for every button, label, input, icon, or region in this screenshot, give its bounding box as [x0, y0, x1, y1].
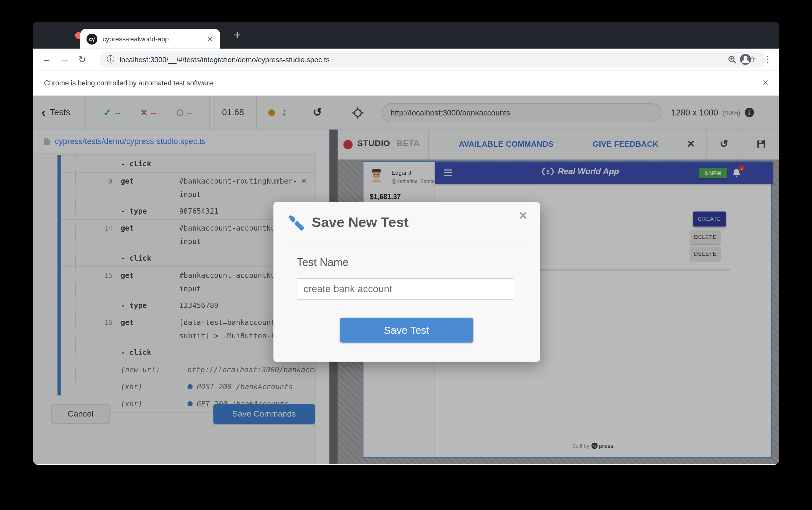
magic-wand-icon: [287, 214, 307, 233]
modal-divider: [285, 244, 529, 244]
url-text: localhost:3000/__/#/tests/integration/de…: [120, 55, 727, 64]
desktop: cy cypress-realworld-app ✕ + ← → ↻ ⓘ loc…: [0, 0, 812, 510]
new-tab-button[interactable]: +: [228, 26, 247, 45]
url-input[interactable]: ⓘ localhost:3000/__/#/tests/integration/…: [99, 51, 766, 67]
cypress-favicon-icon: cy: [87, 33, 97, 44]
test-name-label: Test Name: [297, 256, 349, 268]
forward-icon[interactable]: →: [60, 54, 69, 65]
browser-address-bar: ← → ↻ ⓘ localhost:3000/__/#/tests/integr…: [33, 49, 779, 70]
back-icon[interactable]: ←: [42, 54, 51, 65]
tab-title: cypress-realworld-app: [102, 35, 206, 43]
test-name-input[interactable]: [297, 278, 514, 299]
cypress-runner: ‹ Tests ✓ -- ✕ -- --: [33, 96, 779, 464]
infobar-text: Chrome is being controlled by automated …: [44, 79, 215, 87]
browser-menu-icon[interactable]: ⋮: [761, 53, 774, 66]
page-info-icon[interactable]: ⓘ: [107, 54, 115, 64]
tab-close-icon[interactable]: ✕: [206, 35, 214, 43]
browser-tab[interactable]: cy cypress-realworld-app ✕: [80, 29, 220, 49]
zoom-icon[interactable]: [727, 55, 737, 64]
automation-infobar: Chrome is being controlled by automated …: [33, 70, 779, 96]
browser-window: cy cypress-realworld-app ✕ + ← → ↻ ⓘ loc…: [33, 22, 779, 465]
reload-icon[interactable]: ↻: [78, 54, 86, 65]
browser-tab-bar: cy cypress-realworld-app ✕ +: [33, 22, 779, 49]
profile-avatar[interactable]: [740, 53, 751, 65]
modal-title: Save New Test: [312, 215, 409, 231]
save-new-test-modal: Save New Test ✕ Test Name Save Test: [273, 202, 540, 362]
infobar-close-icon[interactable]: ✕: [760, 76, 771, 90]
save-test-button[interactable]: Save Test: [340, 318, 473, 343]
modal-close-icon[interactable]: ✕: [517, 208, 530, 223]
